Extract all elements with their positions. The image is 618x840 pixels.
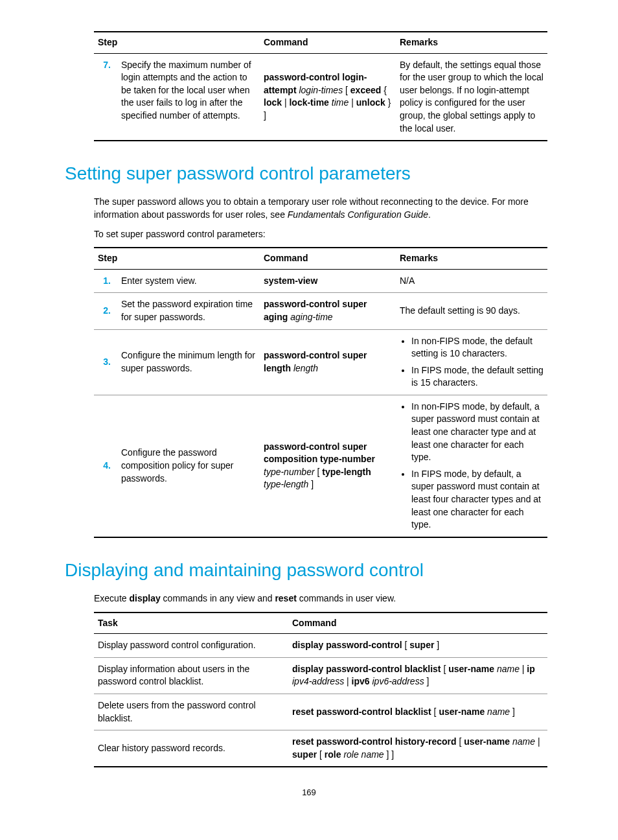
table-row: 1. Enter system view. system-view N/A xyxy=(94,269,547,293)
step-number: 1. xyxy=(94,269,117,293)
th-step: Step xyxy=(94,248,260,269)
text: Execute xyxy=(94,593,129,603)
th-remarks: Remarks xyxy=(396,32,547,53)
list-item: In FIPS mode, the default setting is 15 … xyxy=(411,364,544,390)
table-row: Delete users from the password control b… xyxy=(94,694,547,730)
step-desc: Set the password expiration time for sup… xyxy=(117,293,260,329)
task-desc: Display password control configuration. xyxy=(94,634,288,658)
paragraph-display-lead: Execute display commands in any view and… xyxy=(94,592,553,605)
step-remarks: By default, the settings equal those for… xyxy=(396,53,547,141)
step-number: 7. xyxy=(94,53,117,141)
step-number: 3. xyxy=(94,329,117,395)
step-command: password-control super aging aging-time xyxy=(260,293,396,329)
step-number: 4. xyxy=(94,395,117,537)
table-display-maintain: Task Command Display password control co… xyxy=(94,612,547,768)
step-command: password-control super length length xyxy=(260,329,396,395)
task-command: display password-control [ super ] xyxy=(288,634,547,658)
step-desc: Enter system view. xyxy=(117,269,260,293)
text: commands in any view and xyxy=(161,593,275,603)
table-row: Display information about users in the p… xyxy=(94,657,547,694)
task-command: reset password-control history-record [ … xyxy=(288,730,547,767)
table-super-password: Step Command Remarks 1. Enter system vie… xyxy=(94,247,547,538)
text: . xyxy=(428,209,431,220)
table-row: 4. Configure the password composition po… xyxy=(94,395,547,537)
step-command: system-view xyxy=(260,269,396,293)
table-row: Clear history password records. reset pa… xyxy=(94,730,547,767)
step-remarks: N/A xyxy=(396,269,547,293)
th-remarks: Remarks xyxy=(396,248,547,269)
th-task: Task xyxy=(94,612,288,634)
list-item: In non-FIPS mode, by default, a super pa… xyxy=(411,401,544,464)
heading-display-maintain: Displaying and maintaining password cont… xyxy=(65,557,553,583)
heading-super-password: Setting super password control parameter… xyxy=(65,161,553,186)
step-desc: Specify the maximum number of login atte… xyxy=(117,53,260,141)
th-command: Command xyxy=(260,32,396,53)
task-desc: Clear history password records. xyxy=(94,730,288,767)
page-content: Step Command Remarks 7. Specify the maxi… xyxy=(65,31,553,799)
paragraph-super-desc: The super password allows you to obtain … xyxy=(94,196,553,221)
th-command: Command xyxy=(260,248,396,269)
list-item: In FIPS mode, by default, a super passwo… xyxy=(411,468,544,531)
step-remarks: In non-FIPS mode, by default, a super pa… xyxy=(396,395,547,537)
step-desc: Configure the minimum length for super p… xyxy=(117,329,260,395)
task-desc: Delete users from the password control b… xyxy=(94,694,288,730)
step-remarks: In non-FIPS mode, the default setting is… xyxy=(396,329,547,395)
text-bold: display xyxy=(129,593,160,603)
task-command: reset password-control blacklist [ user-… xyxy=(288,694,547,730)
step-command: password-control super composition type-… xyxy=(260,395,396,537)
step-remarks: The default setting is 90 days. xyxy=(396,293,547,329)
step-command: password-control login-attempt login-tim… xyxy=(260,53,396,141)
text-bold: reset xyxy=(275,593,296,603)
paragraph-super-lead: To set super password control parameters… xyxy=(94,228,553,241)
table-login-attempt: Step Command Remarks 7. Specify the maxi… xyxy=(94,31,547,141)
table-row: 2. Set the password expiration time for … xyxy=(94,293,547,329)
task-desc: Display information about users in the p… xyxy=(94,657,288,694)
table-row: Display password control configuration. … xyxy=(94,634,547,658)
task-command: display password-control blacklist [ use… xyxy=(288,657,547,694)
list-item: In non-FIPS mode, the default setting is… xyxy=(411,335,544,360)
step-desc: Configure the password composition polic… xyxy=(117,395,260,537)
table-row: 3. Configure the minimum length for supe… xyxy=(94,329,547,395)
step-number: 2. xyxy=(94,293,117,329)
table-row: 7. Specify the maximum number of login a… xyxy=(94,53,547,141)
th-step: Step xyxy=(94,32,260,53)
page-number: 169 xyxy=(65,787,553,799)
cmd-bold: system-view xyxy=(264,275,317,286)
text-italic: Fundamentals Configuration Guide xyxy=(288,209,428,220)
th-command: Command xyxy=(288,612,547,634)
text: commands in user view. xyxy=(297,593,396,603)
